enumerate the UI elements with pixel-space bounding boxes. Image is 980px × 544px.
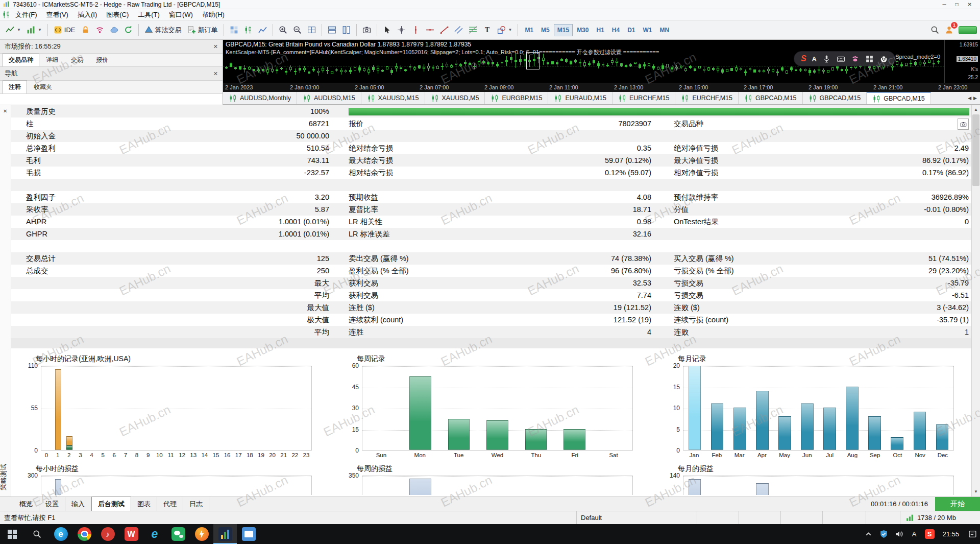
taskbar-search-button[interactable]	[24, 524, 49, 544]
market-watch-tab[interactable]: 报价	[90, 53, 114, 66]
menu-file[interactable]: 文件(F)	[11, 9, 42, 20]
market-watch-tab[interactable]: 详细	[40, 53, 64, 66]
timeframe-m15[interactable]: M15	[554, 24, 573, 36]
market-watch-tab[interactable]: 交易	[65, 53, 89, 66]
tester-tab[interactable]: 输入	[65, 497, 91, 511]
tray-item-tray-volume-icon[interactable]	[891, 524, 906, 544]
tester-tab[interactable]: 概览	[13, 497, 39, 511]
algo-trading-button[interactable]: 算法交易	[142, 23, 184, 37]
navigator-close-icon[interactable]: ✕	[213, 70, 218, 77]
channel-tool-button[interactable]	[452, 23, 465, 37]
ime-toolbar[interactable]: SA	[794, 51, 895, 66]
navigator-tab[interactable]: 收藏夹	[28, 80, 58, 93]
tester-close-icon[interactable]: ✕	[3, 108, 7, 114]
price-axis[interactable]: 1.639151.63410K's25.2	[944, 40, 980, 83]
timeframe-m5[interactable]: M5	[537, 24, 553, 36]
mic-icon[interactable]	[822, 55, 831, 63]
screenshot-button[interactable]	[958, 119, 969, 130]
tile-windows-button[interactable]	[305, 23, 318, 37]
chart-tab[interactable]: AUDUSD,M15	[297, 92, 361, 104]
tester-tab[interactable]: 日志	[183, 497, 209, 511]
chart-tab[interactable]: XAUUSD,M15	[361, 92, 425, 104]
taskbar-app-files[interactable]	[237, 524, 260, 544]
trendline-tool-button[interactable]	[437, 23, 451, 37]
chart-tab[interactable]: XAUUSD,M5	[425, 92, 485, 104]
minimize-button[interactable]: ─	[942, 2, 946, 7]
new-order-button[interactable]: 新订单	[185, 23, 220, 37]
shapes-tool-button[interactable]: ▼	[495, 23, 515, 37]
cursor-tool-button[interactable]	[380, 23, 394, 37]
candle-mode-button[interactable]	[241, 23, 255, 37]
tray-item-tray-security-shield-icon[interactable]	[876, 524, 891, 544]
timeframe-h4[interactable]: H4	[608, 24, 623, 36]
timeframe-h1[interactable]: H1	[593, 24, 607, 36]
vertical-line-tool-button[interactable]	[409, 23, 423, 37]
taskbar-app-metatrader5[interactable]	[213, 524, 237, 544]
navigator-tab[interactable]: 注释	[3, 80, 27, 93]
menu-view[interactable]: 查看(V)	[42, 9, 73, 20]
new-chart-button[interactable]: ▼	[24, 23, 44, 37]
taskbar-app-wechat[interactable]	[166, 524, 190, 544]
chart-tab[interactable]: GBPCAD,M15	[803, 92, 867, 104]
taskbar-app-wps-word[interactable]: W	[119, 524, 143, 544]
sogou-logo-icon[interactable]: S	[801, 54, 806, 63]
start-button[interactable]: 开始	[935, 497, 980, 511]
toolbox-icon[interactable]	[865, 55, 874, 63]
menu-charts[interactable]: 图表(C)	[102, 9, 133, 20]
taskbar-app-chrome[interactable]	[72, 524, 96, 544]
keyboard-icon[interactable]	[837, 55, 845, 63]
profiles-button[interactable]	[227, 23, 241, 37]
maximize-button[interactable]: □	[955, 2, 959, 7]
market-watch-close-icon[interactable]: ✕	[213, 43, 218, 50]
chart-tab[interactable]: GBPCAD,M15	[867, 92, 931, 104]
zoom-out-button[interactable]	[290, 23, 304, 37]
zoom-in-button[interactable]	[276, 23, 290, 37]
fibonacci-tool-button[interactable]	[466, 23, 480, 37]
close-button[interactable]: ✕	[968, 2, 972, 7]
tester-tab[interactable]: 后台测试	[91, 496, 131, 512]
metaeditor-ide-button[interactable]: IDE	[51, 23, 78, 37]
report-scrollbar[interactable]: ▲ ▼	[971, 105, 980, 496]
toolbar-search-button[interactable]	[928, 23, 942, 37]
tray-sogou[interactable]: S	[922, 524, 937, 544]
tester-tab[interactable]: 代理	[157, 497, 183, 511]
tester-tab[interactable]: 图表	[131, 497, 157, 511]
dock-vertical-button[interactable]	[339, 23, 353, 37]
taskbar-app-internet-explorer[interactable]: e	[143, 524, 166, 544]
menu-insert[interactable]: 插入(I)	[73, 9, 102, 20]
scroll-down-icon[interactable]: ▼	[972, 488, 980, 496]
chart-canvas[interactable]: GBPCAD,M15: Great Britain Pound vs Canad…	[223, 40, 944, 83]
scrollbar-thumb[interactable]	[972, 114, 979, 186]
lock-button[interactable]	[79, 23, 92, 37]
taskbar-start-button[interactable]	[0, 524, 24, 544]
text-tool-button[interactable]: T	[480, 23, 494, 37]
crosshair-tool-button[interactable]	[395, 23, 408, 37]
menu-help[interactable]: 帮助(H)	[198, 9, 229, 20]
time-axis[interactable]: 2 Jan 20232 Jan 03:002 Jan 05:002 Jan 07…	[223, 83, 980, 92]
ime-language-icon[interactable]: A	[812, 55, 817, 63]
chart-tab[interactable]: EURAUD,M15	[548, 92, 612, 104]
chart-tab[interactable]: EURGBP,M15	[485, 92, 548, 104]
tab-scroll-right-icon[interactable]: ▶	[973, 96, 977, 101]
chart-tab[interactable]: EURCHF,M15	[612, 92, 676, 104]
taskbar-clock[interactable]: 21:55	[937, 524, 965, 544]
chart-tab[interactable]: EURCHF,M15	[675, 92, 739, 104]
notifications-button[interactable]: 1	[942, 23, 956, 37]
timeframe-m30[interactable]: M30	[573, 24, 592, 36]
line-mode-button[interactable]	[256, 23, 270, 37]
timeframe-mn[interactable]: MN	[656, 24, 673, 36]
horizontal-line-tool-button[interactable]	[423, 23, 437, 37]
tray-ime-language[interactable]: A	[906, 524, 922, 544]
chart-snapshot-button[interactable]	[360, 23, 374, 37]
tab-scroll-left-icon[interactable]: ◀	[968, 96, 971, 101]
panda-icon[interactable]	[879, 55, 888, 63]
cloud-button[interactable]	[107, 23, 121, 37]
refresh-button[interactable]	[121, 23, 135, 37]
menu-tools[interactable]: 工具(T)	[133, 9, 164, 20]
timeframe-m1[interactable]: M1	[521, 24, 537, 36]
taskbar-app-edge[interactable]: e	[49, 524, 72, 544]
tray-notifications[interactable]	[965, 524, 980, 544]
chart-type-button[interactable]: ▼	[3, 23, 23, 37]
timeframe-d1[interactable]: D1	[624, 24, 639, 36]
taskbar-app-netease-music[interactable]: ♪	[96, 524, 119, 544]
